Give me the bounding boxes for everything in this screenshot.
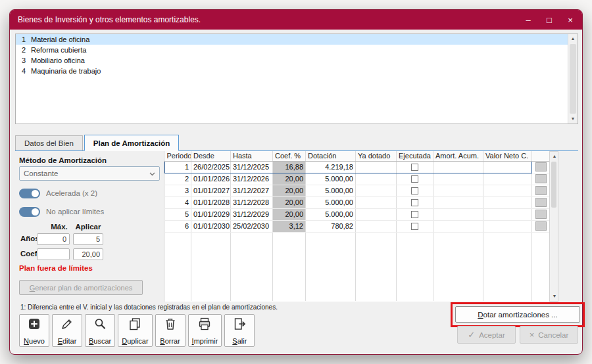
close-icon[interactable]: × <box>565 15 576 25</box>
scroll-down-icon[interactable]: ▼ <box>550 292 559 301</box>
scrollbar-thumb[interactable] <box>551 162 556 208</box>
amortization-table: Periodo Desde Hasta Coef. % Dotación Ya … <box>164 151 551 301</box>
limit-columns-header: Máx. Aplicar <box>15 223 164 232</box>
buscar-button[interactable]: Buscar <box>85 314 115 347</box>
years-apply-input[interactable] <box>73 233 103 245</box>
minimize-icon[interactable]: – <box>523 15 533 25</box>
out-of-limits-warning: Plan fuera de límites <box>19 264 93 272</box>
ejecutada-checkbox[interactable] <box>411 211 418 218</box>
list-item-label: Reforma cubierta <box>31 45 86 55</box>
dotar-amortizaciones-button[interactable]: Dotar amortizaciones ... <box>455 306 580 323</box>
content-area: Método de Amortización Constante Acelera… <box>15 151 578 302</box>
scroll-down-icon[interactable]: ▼ <box>568 114 578 124</box>
editar-button[interactable]: Editar <box>52 314 82 347</box>
list-item-number: 4 <box>19 66 26 76</box>
pencil-icon <box>60 317 74 331</box>
printer-icon <box>197 317 212 331</box>
ejecutada-checkbox[interactable] <box>411 175 418 183</box>
ejecutada-checkbox[interactable] <box>411 223 418 230</box>
table-row[interactable]: 5 01/01/2029 31/12/2029 20,00 5.000,00 <box>165 208 551 220</box>
generate-plan-button[interactable]: Generar plan de amortizaciones <box>19 280 143 295</box>
column-header-actions <box>532 151 551 161</box>
column-header: Periodo <box>165 151 191 161</box>
column-header: Valor Neto C. <box>483 151 532 161</box>
check-icon: ✓ <box>468 330 475 340</box>
table-row[interactable]: 1 26/02/2025 31/12/2025 16,88 4.219,18 <box>165 161 551 173</box>
list-item-number: 1 <box>19 34 26 45</box>
ejecutada-checkbox[interactable] <box>411 164 418 171</box>
accelerated-toggle[interactable] <box>19 189 40 198</box>
imprimir-button[interactable]: Imprimir <box>188 314 222 347</box>
row-action-button[interactable] <box>535 162 547 171</box>
column-header: Desde <box>191 151 231 161</box>
amortization-method-select[interactable]: Constante <box>19 166 160 181</box>
list-item-label: Maquinaria de trabajo <box>31 66 101 76</box>
dialog-window: Bienes de Inversión y otros elementos am… <box>9 9 583 355</box>
row-action-button[interactable] <box>535 221 547 231</box>
table-row[interactable]: 4 01/01/2028 31/12/2028 20,00 5.000,00 <box>165 196 551 208</box>
column-header: Ya dotado <box>356 151 397 161</box>
coef-apply-input[interactable] <box>73 248 103 260</box>
trash-icon <box>163 317 178 331</box>
maximize-icon[interactable]: □ <box>544 15 555 25</box>
cancelar-button[interactable]: × Cancelar <box>520 326 578 344</box>
search-icon <box>93 317 107 331</box>
no-limits-toggle-label: No aplicar límites <box>46 208 104 216</box>
window-controls: – □ × <box>523 15 576 25</box>
tab-strip: Datos del Bien Plan de Amortización <box>15 135 578 151</box>
scroll-up-icon[interactable]: ▲ <box>550 152 559 161</box>
scrollbar-thumb[interactable] <box>570 44 576 114</box>
list-item-label: Mobiliario oficina <box>31 55 85 66</box>
years-row: Años <box>15 233 164 245</box>
aceptar-button[interactable]: ✓ Aceptar <box>457 326 516 344</box>
list-item-number: 3 <box>19 55 26 66</box>
toggle-knob <box>32 208 39 216</box>
coef-row: Coef. <box>15 248 164 260</box>
table-header-row: Periodo Desde Hasta Coef. % Dotación Ya … <box>165 151 551 161</box>
tab-plan-de-amortizacion[interactable]: Plan de Amortización <box>84 135 180 151</box>
dialog-action-buttons: ✓ Aceptar × Cancelar <box>457 326 578 344</box>
row-action-button[interactable] <box>535 174 547 183</box>
window-title: Bienes de Inversión y otros elementos am… <box>18 15 523 24</box>
list-item-label: Material de oficina <box>31 34 89 45</box>
asset-list: 1 Material de oficina 2 Reforma cubierta… <box>15 34 578 124</box>
column-header: Coef. % <box>273 151 306 161</box>
years-max-input[interactable] <box>37 233 70 245</box>
borrar-button[interactable]: Borrar <box>155 314 185 347</box>
coef-max-input[interactable] <box>37 248 70 260</box>
accelerated-toggle-label: Acelerada (x 2) <box>46 189 97 197</box>
no-limits-toggle[interactable] <box>19 207 40 217</box>
list-scrollbar[interactable]: ▲ ▼ <box>568 34 578 124</box>
list-item[interactable]: 1 Material de oficina <box>16 34 578 45</box>
table-empty-area <box>165 232 551 301</box>
duplicar-button[interactable]: Duplicar <box>118 314 152 347</box>
list-item-number: 2 <box>19 45 26 55</box>
ejecutada-checkbox[interactable] <box>411 187 418 194</box>
table-scrollbar[interactable]: ▲ ▼ <box>549 151 558 302</box>
tab-datos-del-bien[interactable]: Datos del Bien <box>15 135 83 150</box>
ejecutada-checkbox[interactable] <box>411 199 418 206</box>
x-icon: × <box>530 330 535 340</box>
selected-method: Constante <box>24 170 149 177</box>
row-action-button[interactable] <box>535 186 547 195</box>
exit-door-icon <box>232 317 247 331</box>
nuevo-button[interactable]: Nuevo <box>19 314 49 347</box>
accelerated-toggle-row: Acelerada (x 2) <box>19 188 97 198</box>
column-header: Amort. Acum. <box>433 151 483 161</box>
list-item[interactable]: 4 Maquinaria de trabajo <box>16 66 578 76</box>
row-action-button[interactable] <box>535 198 547 207</box>
row-action-button[interactable] <box>535 210 547 219</box>
apply-column-label: Aplicar <box>73 223 103 231</box>
list-item[interactable]: 3 Mobiliario oficina <box>16 55 578 66</box>
titlebar: Bienes de Inversión y otros elementos am… <box>10 10 582 30</box>
method-label: Método de Amortización <box>19 156 107 164</box>
table-row[interactable]: 6 01/01/2030 25/02/2030 3,12 780,82 <box>165 220 551 232</box>
table-row[interactable]: 2 01/01/2026 31/12/2026 20,00 5.000,00 <box>165 173 551 185</box>
new-document-icon <box>27 317 41 331</box>
salir-button[interactable]: Salir <box>224 314 255 347</box>
scroll-up-icon[interactable]: ▲ <box>568 34 578 43</box>
table-row[interactable]: 3 01/01/2027 31/12/2027 20,00 5.000,00 <box>165 185 551 196</box>
no-limits-toggle-row: No aplicar límites <box>19 206 104 217</box>
list-item[interactable]: 2 Reforma cubierta <box>16 45 578 55</box>
column-header: Hasta <box>231 151 273 161</box>
